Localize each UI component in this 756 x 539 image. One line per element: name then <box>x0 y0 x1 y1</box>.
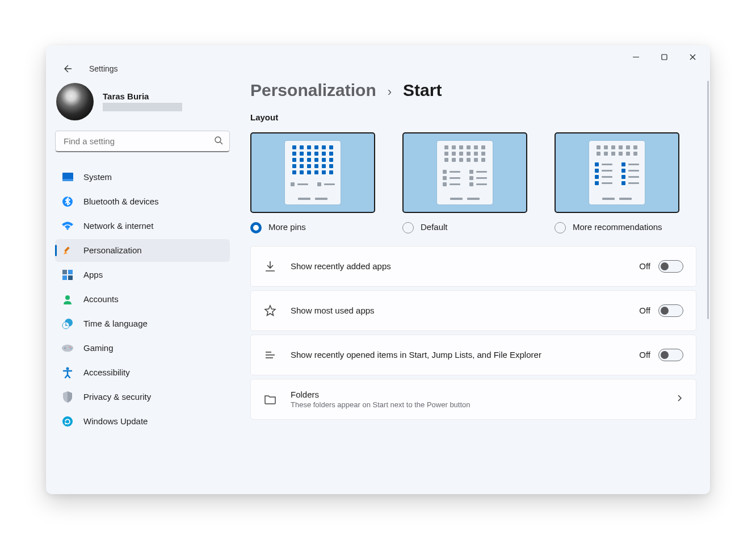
search-box[interactable] <box>55 131 230 152</box>
setting-title: Show most used apps <box>291 306 639 315</box>
main-content: Personalization › Start Layout <box>239 69 710 494</box>
svg-rect-12 <box>68 270 73 274</box>
layout-option-more-recs[interactable]: More recommendations <box>555 132 679 233</box>
clock-globe-icon <box>62 318 73 329</box>
toggle-recently-added[interactable] <box>658 260 683 273</box>
bluetooth-icon <box>62 196 73 207</box>
setting-title: Show recently added apps <box>291 261 639 271</box>
toggle-recent-items[interactable] <box>658 349 683 361</box>
radio-label: Default <box>421 222 448 232</box>
radio-label: More pins <box>268 222 306 232</box>
layout-thumb-more-pins <box>250 132 375 213</box>
sidebar-item-label: Accounts <box>83 294 119 304</box>
download-icon <box>263 260 277 273</box>
shield-icon <box>62 391 73 403</box>
svg-point-23 <box>62 416 73 427</box>
setting-subtitle: These folders appear on Start next to th… <box>291 400 675 409</box>
svg-point-18 <box>62 344 73 352</box>
layout-option-default[interactable]: Default <box>402 132 527 233</box>
sidebar-item-label: Windows Update <box>83 416 148 426</box>
sidebar-item-system[interactable]: System <box>55 166 230 189</box>
svg-rect-1 <box>662 55 667 60</box>
folder-icon <box>263 394 277 405</box>
layout-options: More pins <box>250 132 696 233</box>
sidebar-item-accounts[interactable]: Accounts <box>55 288 230 311</box>
sidebar-item-time-language[interactable]: Time & language <box>55 312 230 335</box>
sidebar: Taras Buria System <box>46 69 239 494</box>
sidebar-item-gaming[interactable]: Gaming <box>55 337 230 360</box>
svg-line-5 <box>220 142 222 144</box>
setting-most-used-apps[interactable]: Show most used apps Off <box>250 290 696 331</box>
list-icon <box>263 349 277 361</box>
sidebar-item-windows-update[interactable]: Windows Update <box>55 410 230 433</box>
setting-recently-opened-items[interactable]: Show recently opened items in Start, Jum… <box>250 335 696 375</box>
breadcrumb-current: Start <box>403 81 442 100</box>
radio-more-pins[interactable] <box>250 222 262 233</box>
section-layout-label: Layout <box>250 112 696 122</box>
user-email-redacted <box>103 103 182 111</box>
star-icon <box>263 304 277 317</box>
chevron-right-icon: › <box>388 85 392 99</box>
sidebar-item-network[interactable]: Network & internet <box>55 215 230 237</box>
avatar <box>56 83 94 120</box>
breadcrumb-parent[interactable]: Personalization <box>250 81 376 100</box>
svg-point-4 <box>215 137 221 143</box>
sidebar-item-label: Accessibility <box>83 367 130 377</box>
wifi-icon <box>62 220 73 232</box>
sidebar-item-apps[interactable]: Apps <box>55 264 230 286</box>
update-icon <box>62 416 73 427</box>
svg-rect-7 <box>62 179 73 181</box>
toggle-state: Off <box>639 350 650 360</box>
breadcrumb: Personalization › Start <box>250 81 696 100</box>
paintbrush-icon <box>62 245 73 256</box>
sidebar-item-label: Network & internet <box>83 221 153 231</box>
setting-title: Show recently opened items in Start, Jum… <box>291 350 639 360</box>
person-icon <box>62 294 73 305</box>
layout-thumb-default <box>402 132 527 213</box>
sidebar-item-accessibility[interactable]: Accessibility <box>55 361 230 384</box>
apps-icon <box>62 269 73 281</box>
svg-rect-10 <box>64 246 70 252</box>
sidebar-item-label: System <box>83 172 112 182</box>
back-button[interactable] <box>56 58 78 80</box>
sidebar-item-personalization[interactable]: Personalization <box>55 239 230 262</box>
svg-rect-14 <box>68 275 73 280</box>
radio-default[interactable] <box>402 222 414 233</box>
search-input[interactable] <box>55 131 230 152</box>
svg-point-20 <box>70 346 71 348</box>
system-icon <box>62 172 73 183</box>
radio-label: More recommendations <box>573 222 662 232</box>
sidebar-item-privacy[interactable]: Privacy & security <box>55 386 230 408</box>
layout-option-more-pins[interactable]: More pins <box>250 132 375 233</box>
gamepad-icon <box>62 342 73 354</box>
radio-more-recs[interactable] <box>555 222 566 233</box>
setting-folders[interactable]: Folders These folders appear on Start ne… <box>250 379 696 420</box>
setting-title: Folders <box>291 390 675 399</box>
toggle-state: Off <box>639 306 650 315</box>
titlebar <box>46 45 710 69</box>
app-title: Settings <box>89 64 118 73</box>
settings-window: Settings Taras Buria <box>46 45 710 494</box>
minimize-button[interactable] <box>623 48 649 66</box>
search-icon <box>214 136 223 147</box>
sidebar-item-label: Personalization <box>83 245 142 255</box>
toggle-most-used[interactable] <box>658 304 683 317</box>
nav-list: System Bluetooth & devices Network & int… <box>55 166 230 433</box>
user-name: Taras Buria <box>103 91 182 101</box>
maximize-button[interactable] <box>651 48 677 66</box>
accessibility-icon <box>62 367 73 378</box>
svg-point-21 <box>70 348 72 349</box>
svg-point-19 <box>64 347 65 348</box>
svg-point-15 <box>65 295 70 300</box>
layout-thumb-more-recs <box>555 132 679 213</box>
user-block[interactable]: Taras Buria <box>55 83 230 120</box>
svg-rect-11 <box>62 270 67 274</box>
toggle-state: Off <box>639 261 650 271</box>
sidebar-item-bluetooth[interactable]: Bluetooth & devices <box>55 190 230 213</box>
sidebar-item-label: Gaming <box>83 343 114 353</box>
sidebar-item-label: Apps <box>83 270 103 279</box>
close-button[interactable] <box>679 48 705 66</box>
setting-recently-added-apps[interactable]: Show recently added apps Off <box>250 246 696 287</box>
svg-point-9 <box>66 228 69 230</box>
svg-point-22 <box>66 367 69 370</box>
